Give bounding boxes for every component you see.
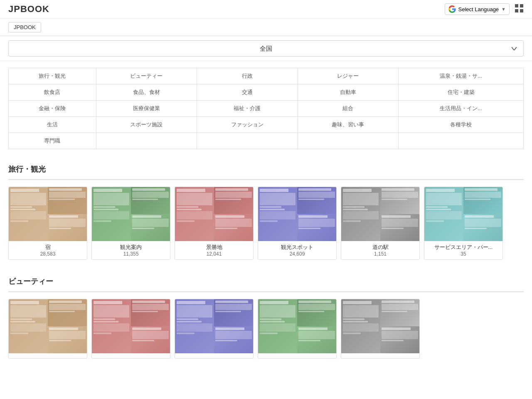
card-image-bottom-right bbox=[214, 326, 253, 353]
card-image-bottom-right bbox=[380, 326, 419, 353]
category-cell[interactable]: 専門職 bbox=[9, 133, 96, 149]
card-image-bottom-right bbox=[297, 214, 336, 241]
card-info bbox=[258, 353, 336, 358]
card-info bbox=[341, 353, 419, 358]
card-image-main bbox=[341, 187, 380, 241]
card-item[interactable]: 景勝地12,041 bbox=[175, 187, 254, 260]
category-cell[interactable]: レジャー bbox=[298, 68, 398, 84]
card-count: 28,583 bbox=[12, 251, 84, 257]
category-cell[interactable]: 行政 bbox=[197, 68, 298, 84]
section-divider-beauty bbox=[8, 291, 524, 292]
header-right: Select Language ▼ bbox=[445, 3, 524, 15]
language-dropdown-arrow: ▼ bbox=[501, 7, 506, 12]
category-cell[interactable]: 自動車 bbox=[298, 84, 398, 101]
card-info bbox=[9, 353, 87, 358]
category-cell[interactable]: 飲食店 bbox=[9, 84, 96, 101]
card-info bbox=[175, 353, 253, 358]
card-image-top-right bbox=[214, 299, 253, 326]
breadcrumb-bar: JPBOOK bbox=[0, 19, 532, 36]
card-item[interactable]: 宿28,583 bbox=[8, 187, 87, 260]
menu-grid-icon[interactable] bbox=[515, 4, 524, 15]
category-cell[interactable] bbox=[96, 133, 197, 149]
card-info: 宿28,583 bbox=[9, 241, 87, 259]
category-cell[interactable]: 生活用品・イン... bbox=[399, 101, 524, 117]
category-cell[interactable]: 旅行・観光 bbox=[9, 68, 96, 84]
card-image-main bbox=[258, 187, 297, 241]
svg-rect-3 bbox=[520, 9, 523, 12]
card-label: 宿 bbox=[12, 244, 84, 251]
category-cell[interactable]: 温泉・銭湯・サ... bbox=[399, 68, 524, 84]
card-label: 道の駅 bbox=[345, 244, 416, 251]
card-item[interactable]: 道の駅1,151 bbox=[341, 187, 420, 260]
card-image-bottom-right bbox=[463, 214, 502, 241]
google-icon bbox=[448, 5, 456, 13]
card-item[interactable] bbox=[258, 299, 337, 359]
category-cell[interactable]: 福祉・介護 bbox=[197, 101, 298, 117]
category-table: 旅行・観光ビューティー行政レジャー温泉・銭湯・サ...飲食店食品、食材交通自動車… bbox=[8, 68, 524, 149]
category-cell[interactable]: 生活 bbox=[9, 117, 96, 133]
section-title-beauty: ビューティー bbox=[8, 276, 524, 286]
category-cell[interactable]: ファッション bbox=[197, 117, 298, 133]
card-label: 観光案内 bbox=[95, 244, 167, 251]
category-cell[interactable] bbox=[197, 133, 298, 149]
card-image-main bbox=[258, 299, 297, 353]
card-label: サービスエリア・パー... bbox=[428, 244, 499, 251]
category-cell[interactable]: 食品、食材 bbox=[96, 84, 197, 101]
card-image-top-right bbox=[48, 299, 87, 326]
section-beauty: ビューティー bbox=[0, 268, 532, 286]
card-image-bottom-right bbox=[48, 214, 87, 241]
card-item[interactable] bbox=[175, 299, 254, 359]
card-image-bottom-right bbox=[380, 214, 419, 241]
category-cell[interactable]: スポーツ施設 bbox=[96, 117, 197, 133]
card-image-top-right bbox=[131, 187, 170, 214]
card-info: 観光案内11,355 bbox=[92, 241, 170, 259]
card-image-top-right bbox=[380, 187, 419, 214]
card-info: サービスエリア・パー...35 bbox=[424, 241, 502, 259]
card-item[interactable] bbox=[8, 299, 87, 359]
card-image-top-right bbox=[297, 187, 336, 214]
card-count: 11,355 bbox=[95, 251, 167, 257]
category-cell[interactable] bbox=[298, 133, 398, 149]
category-cell[interactable]: 住宅・建築 bbox=[399, 84, 524, 101]
card-image-top-right bbox=[380, 299, 419, 326]
card-info: 観光スポット24,609 bbox=[258, 241, 336, 259]
region-selector[interactable]: 全国 北海道 東北 関東 中部 近畿 中国 四国 九州・沖縄 bbox=[8, 40, 524, 57]
card-image-main bbox=[9, 299, 48, 353]
card-item[interactable]: サービスエリア・パー...35 bbox=[424, 187, 503, 260]
card-count: 24,609 bbox=[261, 251, 333, 257]
cards-grid-travel: 宿28,583 観光案内11,355 景勝地12,041 bbox=[0, 187, 532, 268]
section-travel: 旅行・観光 bbox=[0, 156, 532, 174]
section-divider-travel bbox=[8, 179, 524, 180]
card-label: 観光スポット bbox=[261, 244, 333, 251]
card-image-main bbox=[92, 187, 131, 241]
category-cell[interactable]: 交通 bbox=[197, 84, 298, 101]
language-selector[interactable]: Select Language ▼ bbox=[445, 3, 510, 15]
category-cell[interactable] bbox=[399, 133, 524, 149]
card-info: 景勝地12,041 bbox=[175, 241, 253, 259]
breadcrumb-tab[interactable]: JPBOOK bbox=[8, 22, 41, 32]
card-info bbox=[92, 353, 170, 358]
card-image-main bbox=[175, 299, 214, 353]
card-image-main bbox=[341, 299, 380, 353]
card-image-top-right bbox=[48, 187, 87, 214]
card-item[interactable] bbox=[91, 299, 170, 359]
card-info: 道の駅1,151 bbox=[341, 241, 419, 259]
card-image-bottom-right bbox=[48, 326, 87, 353]
category-cell[interactable]: ビューティー bbox=[96, 68, 197, 84]
svg-rect-0 bbox=[515, 4, 518, 7]
category-cell[interactable]: 組合 bbox=[298, 101, 398, 117]
card-count: 1,151 bbox=[345, 251, 416, 257]
category-cell[interactable]: 金融・保険 bbox=[9, 101, 96, 117]
card-item[interactable]: 観光スポット24,609 bbox=[258, 187, 337, 260]
card-item[interactable]: 観光案内11,355 bbox=[91, 187, 170, 260]
card-image-top-right bbox=[297, 299, 336, 326]
card-image-bottom-right bbox=[131, 214, 170, 241]
category-cell[interactable]: 各種学校 bbox=[399, 117, 524, 133]
cards-grid-beauty bbox=[0, 299, 532, 367]
select-language-label: Select Language bbox=[458, 6, 499, 12]
card-image-main bbox=[175, 187, 214, 241]
category-cell[interactable]: 趣味、習い事 bbox=[298, 117, 398, 133]
card-item[interactable] bbox=[341, 299, 420, 359]
category-cell[interactable]: 医療保健業 bbox=[96, 101, 197, 117]
card-image-top-right bbox=[131, 299, 170, 326]
